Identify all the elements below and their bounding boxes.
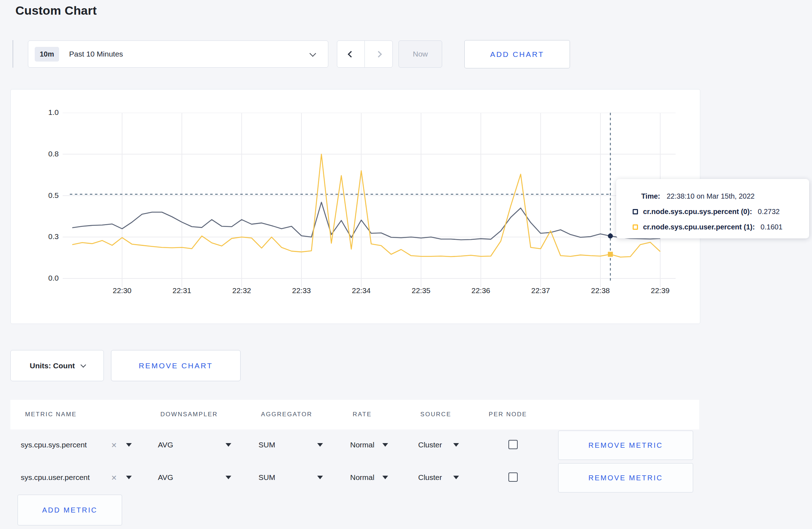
rate-select[interactable]: Normal — [350, 473, 374, 482]
metric-name-select[interactable]: sys.cpu.user.percent — [21, 473, 90, 482]
caret-down-icon[interactable] — [317, 443, 323, 447]
clear-metric-icon[interactable]: ✕ — [111, 441, 117, 450]
tooltip-series-value: 0.2732 — [758, 208, 780, 216]
col-header-source: SOURCE — [420, 411, 451, 418]
add-metric-button[interactable]: ADD METRIC — [18, 495, 122, 525]
chevron-right-icon — [375, 51, 382, 57]
downsampler-select[interactable]: AVG — [158, 441, 173, 449]
tooltip-series-label: cr.node.sys.cpu.sys.percent (0): — [643, 208, 752, 216]
toolbar-divider — [13, 40, 13, 68]
remove-metric-label: REMOVE METRIC — [589, 441, 663, 450]
time-pager — [337, 40, 393, 68]
aggregator-select[interactable]: SUM — [258, 473, 275, 482]
now-button-label: Now — [413, 50, 428, 58]
caret-down-icon[interactable] — [226, 443, 231, 447]
clear-metric-icon[interactable]: ✕ — [111, 474, 117, 482]
next-time-button[interactable] — [365, 41, 392, 67]
add-chart-label: ADD CHART — [490, 50, 544, 59]
col-header-metric-name: METRIC NAME — [25, 411, 77, 418]
chart-svg[interactable] — [63, 113, 676, 288]
series-swatch-icon — [633, 224, 638, 230]
x-axis-tick-label: 22:32 — [224, 286, 260, 295]
caret-down-icon[interactable] — [126, 443, 132, 447]
caret-down-icon[interactable] — [317, 476, 323, 479]
units-dropdown[interactable]: Units: Count — [10, 350, 104, 381]
chart-card: 0.00.30.50.81.0 22:3022:3122:3222:3322:3… — [10, 89, 700, 324]
caret-down-icon[interactable] — [382, 443, 388, 447]
y-axis-tick-label: 0.8 — [19, 150, 59, 158]
source-select[interactable]: Cluster — [418, 441, 442, 449]
col-header-downsampler: DOWNSAMPLER — [160, 411, 218, 418]
caret-down-icon[interactable] — [126, 476, 132, 479]
x-axis-tick-label: 22:37 — [523, 286, 559, 295]
remove-metric-button[interactable]: REMOVE METRIC — [558, 431, 693, 460]
col-header-per-node: PER NODE — [489, 411, 527, 418]
y-axis-tick-label: 0.5 — [19, 191, 59, 200]
rate-select[interactable]: Normal — [350, 441, 374, 449]
col-header-rate: RATE — [353, 411, 372, 418]
tooltip-time-value: 22:38:10 on Mar 15th, 2022 — [667, 192, 755, 200]
source-select[interactable]: Cluster — [418, 473, 442, 482]
caret-down-icon[interactable] — [226, 476, 231, 479]
remove-metric-button[interactable]: REMOVE METRIC — [558, 463, 693, 492]
metric-name-select[interactable]: sys.cpu.sys.percent — [21, 441, 87, 449]
downsampler-select[interactable]: AVG — [158, 473, 173, 482]
tooltip-series-label: cr.node.sys.cpu.user.percent (1): — [643, 223, 755, 231]
add-metric-label: ADD METRIC — [42, 506, 97, 514]
remove-chart-label: REMOVE CHART — [139, 361, 213, 370]
remove-chart-button[interactable]: REMOVE CHART — [111, 350, 241, 381]
per-node-checkbox[interactable] — [508, 472, 518, 482]
x-axis-tick-label: 22:38 — [583, 286, 618, 295]
units-label: Units: Count — [30, 361, 75, 370]
x-axis-tick-label: 22:31 — [164, 286, 200, 295]
add-chart-button[interactable]: ADD CHART — [464, 40, 570, 68]
col-header-aggregator: AGGREGATOR — [261, 411, 312, 418]
x-axis-tick-label: 22:39 — [642, 286, 678, 295]
prev-time-button[interactable] — [337, 41, 365, 67]
remove-metric-label: REMOVE METRIC — [589, 474, 663, 482]
y-axis-tick-label: 0.0 — [19, 274, 59, 282]
x-axis-tick-label: 22:30 — [104, 286, 140, 295]
x-axis-tick-label: 22:35 — [403, 286, 439, 295]
time-range-label: Past 10 Minutes — [69, 50, 123, 58]
y-axis-tick-label: 1.0 — [19, 108, 59, 117]
x-axis-tick-label: 22:36 — [463, 286, 499, 295]
chevron-down-icon — [81, 362, 86, 368]
caret-down-icon[interactable] — [453, 443, 459, 447]
caret-down-icon[interactable] — [453, 476, 459, 479]
time-window-badge: 10m — [35, 47, 59, 62]
tooltip-series-value: 0.1601 — [760, 223, 782, 231]
now-button[interactable]: Now — [398, 40, 442, 68]
series-swatch-icon — [633, 209, 638, 214]
tooltip-series-row: cr.node.sys.cpu.sys.percent (0): 0.2732 — [633, 204, 809, 219]
chart-tooltip: Time: 22:38:10 on Mar 15th, 2022 cr.node… — [616, 179, 809, 238]
per-node-checkbox[interactable] — [508, 440, 518, 449]
x-axis-tick-label: 22:34 — [343, 286, 379, 295]
x-axis-tick-label: 22:33 — [284, 286, 319, 295]
time-range-dropdown[interactable]: 10m Past 10 Minutes — [28, 40, 328, 68]
page-title: Custom Chart — [15, 4, 97, 18]
tooltip-time-row: Time: 22:38:10 on Mar 15th, 2022 — [633, 189, 809, 203]
tooltip-series-row: cr.node.sys.cpu.user.percent (1): 0.1601 — [633, 220, 809, 234]
chevron-down-icon — [309, 50, 316, 57]
caret-down-icon[interactable] — [382, 476, 388, 479]
aggregator-select[interactable]: SUM — [258, 441, 275, 449]
chevron-left-icon — [348, 51, 354, 57]
tooltip-time-label: Time: — [641, 192, 660, 200]
y-axis-tick-label: 0.3 — [19, 232, 59, 241]
